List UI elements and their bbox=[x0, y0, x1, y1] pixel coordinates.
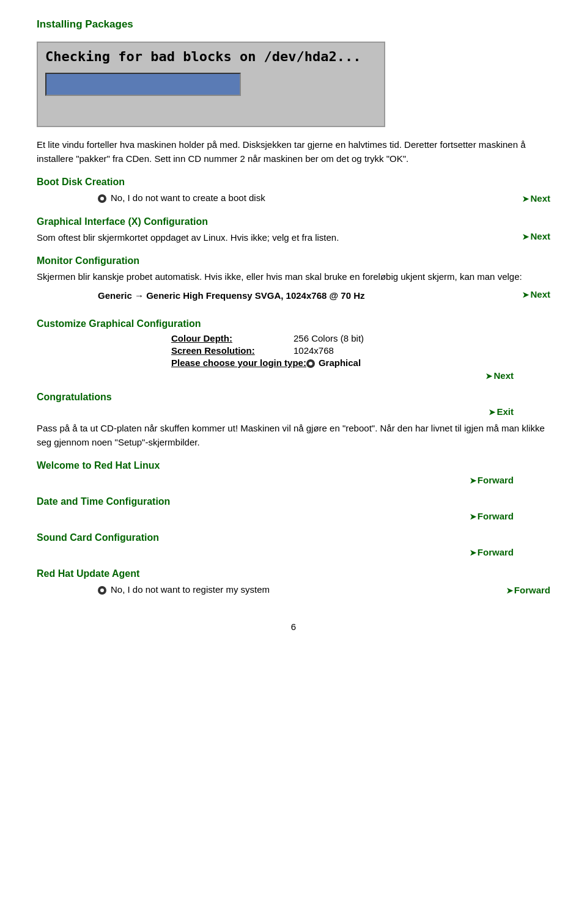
boot-disk-radio[interactable] bbox=[98, 194, 106, 203]
monitor-config-text1: Skjermen blir kanskje probet automatisk.… bbox=[37, 270, 550, 284]
colour-depth-value: 256 Colors (8 bit) bbox=[294, 333, 364, 343]
colour-depth-row: Colour Depth: 256 Colors (8 bit) bbox=[171, 333, 550, 343]
boot-disk-heading: Boot Disk Creation bbox=[37, 177, 550, 188]
customize-info-table: Colour Depth: 256 Colors (8 bit) Screen … bbox=[171, 333, 550, 368]
next-button-2[interactable]: Next bbox=[501, 231, 550, 241]
login-type-row: Please choose your login type: Graphical bbox=[171, 358, 550, 368]
monitor-config-section: Monitor Configuration Skjermen blir kans… bbox=[37, 255, 550, 307]
graphical-interface-section: Graphical Interface (X) Configuration So… bbox=[37, 216, 550, 245]
date-time-section: Date and Time Configuration Forward bbox=[37, 496, 550, 521]
page-title: Installing Packages bbox=[37, 18, 550, 31]
next-button-1[interactable]: Next bbox=[501, 193, 550, 204]
monitor-config-heading: Monitor Configuration bbox=[37, 255, 550, 266]
congratulations-section: Congratulations Exit Pass på å ta ut CD-… bbox=[37, 392, 550, 449]
sound-card-section: Sound Card Configuration Forward bbox=[37, 532, 550, 557]
colour-depth-label: Colour Depth: bbox=[171, 333, 294, 343]
congratulations-heading: Congratulations bbox=[37, 392, 550, 403]
forward-arrow-1 bbox=[470, 475, 478, 485]
forward-button-2[interactable]: Forward bbox=[470, 511, 514, 521]
screen-res-value: 1024x768 bbox=[294, 345, 334, 356]
screenshot-progress-bar bbox=[45, 73, 241, 96]
next-arrow-1 bbox=[522, 193, 530, 204]
graphical-interface-heading: Graphical Interface (X) Configuration bbox=[37, 216, 550, 227]
boot-disk-option: No, I do not want to create a boot disk bbox=[111, 191, 265, 205]
redhat-update-heading: Red Hat Update Agent bbox=[37, 568, 550, 579]
page-number: 6 bbox=[37, 622, 550, 632]
next-arrow-4 bbox=[485, 370, 493, 381]
forward-arrow-3 bbox=[470, 547, 478, 557]
customize-graphical-section: Customize Graphical Configuration Colour… bbox=[37, 318, 550, 381]
screenshot-image: Checking for bad blocks on /dev/hda2... bbox=[37, 42, 385, 127]
next-button-3[interactable]: Next bbox=[501, 289, 550, 299]
forward-arrow-2 bbox=[470, 511, 478, 521]
redhat-update-option: No, I do not want to register my system bbox=[111, 583, 270, 597]
forward-button-3[interactable]: Forward bbox=[470, 547, 514, 557]
boot-disk-section: Boot Disk Creation No, I do not want to … bbox=[37, 177, 550, 205]
login-type-value: Graphical bbox=[319, 358, 361, 368]
next-button-4[interactable]: Next bbox=[465, 370, 514, 381]
monitor-generic-text: Generic → Generic High Frequensy SVGA, 1… bbox=[98, 289, 501, 303]
next-arrow-2 bbox=[522, 231, 530, 241]
welcome-redhat-heading: Welcome to Red Hat Linux bbox=[37, 460, 550, 471]
graphical-interface-text: Som oftest blir skjermkortet oppdaget av… bbox=[37, 231, 501, 245]
date-time-heading: Date and Time Configuration bbox=[37, 496, 550, 507]
login-type-label: Please choose your login type: bbox=[171, 358, 306, 368]
exit-button[interactable]: Exit bbox=[489, 406, 514, 417]
next-arrow-3 bbox=[522, 289, 530, 299]
screenshot-title-text: Checking for bad blocks on /dev/hda2... bbox=[45, 49, 361, 64]
intro-paragraph: Et lite vindu forteller hva maskinen hol… bbox=[37, 138, 550, 166]
forward-button-4[interactable]: Forward bbox=[506, 585, 550, 595]
screen-res-label: Screen Resolution: bbox=[171, 345, 294, 356]
congratulations-text1: Pass på å ta ut CD-platen når skuffen ko… bbox=[37, 422, 550, 449]
welcome-redhat-section: Welcome to Red Hat Linux Forward bbox=[37, 460, 550, 485]
sound-card-heading: Sound Card Configuration bbox=[37, 532, 550, 543]
redhat-update-radio[interactable] bbox=[98, 586, 106, 595]
login-type-radio[interactable] bbox=[306, 359, 315, 368]
forward-button-1[interactable]: Forward bbox=[470, 475, 514, 485]
customize-graphical-heading: Customize Graphical Configuration bbox=[37, 318, 550, 329]
forward-arrow-4 bbox=[506, 585, 514, 595]
exit-arrow bbox=[489, 406, 497, 417]
screen-res-row: Screen Resolution: 1024x768 bbox=[171, 345, 550, 356]
redhat-update-section: Red Hat Update Agent No, I do not want t… bbox=[37, 568, 550, 597]
